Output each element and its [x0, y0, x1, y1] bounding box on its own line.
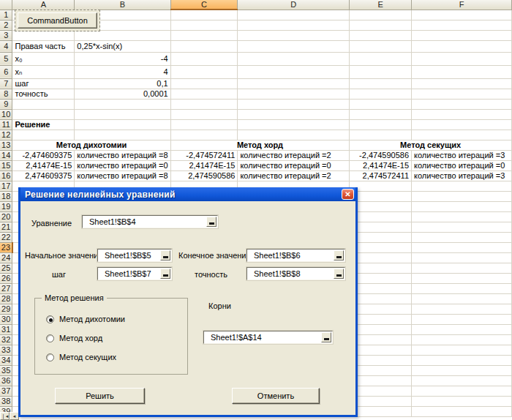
- cell-E6[interactable]: [350, 65, 412, 78]
- cell-F35[interactable]: [412, 365, 512, 375]
- equation-refedit[interactable]: Sheet1!$B$4: [82, 215, 218, 228]
- cell-B11[interactable]: [75, 119, 170, 130]
- cell-E20[interactable]: [350, 211, 412, 222]
- row-header-9[interactable]: 9: [0, 99, 12, 109]
- cell-E30[interactable]: [350, 314, 412, 324]
- row-header-34[interactable]: 34: [0, 355, 12, 365]
- cell-E14[interactable]: -2,474590586: [350, 150, 412, 160]
- cell-F5[interactable]: [412, 52, 512, 65]
- solve-button[interactable]: Решить: [55, 388, 145, 404]
- cell-E26[interactable]: [350, 273, 412, 283]
- cell-A14[interactable]: -2,474609375: [12, 150, 75, 160]
- step-refedit-collapse-button[interactable]: [160, 269, 170, 279]
- cell-F20[interactable]: [412, 211, 512, 222]
- cell-E25[interactable]: [350, 263, 412, 273]
- cell-A12[interactable]: [12, 130, 75, 140]
- row-header-14[interactable]: 14: [0, 150, 12, 160]
- cell-E8[interactable]: [350, 89, 412, 99]
- cell-F29[interactable]: [412, 304, 512, 314]
- cell-D7[interactable]: [238, 78, 350, 89]
- cell-F31[interactable]: [412, 324, 512, 334]
- cell-E4[interactable]: [350, 40, 412, 52]
- row-header-21[interactable]: 21: [0, 222, 12, 232]
- cell-E15[interactable]: 2,41474E-15: [350, 160, 412, 170]
- row-header-24[interactable]: 24: [0, 252, 12, 263]
- radio-method-secants[interactable]: Метод секущих: [46, 353, 116, 361]
- cell-E32[interactable]: [350, 334, 412, 345]
- cell-A4[interactable]: Правая часть: [12, 40, 75, 52]
- x-end-refedit[interactable]: Sheet1!$B$6: [246, 249, 345, 262]
- cell-E33[interactable]: [350, 345, 412, 355]
- cell-C1[interactable]: [170, 10, 238, 20]
- cell-F9[interactable]: [412, 99, 512, 109]
- cell-B15[interactable]: количество итераций =0: [75, 160, 170, 170]
- cancel-button[interactable]: Отменить: [232, 388, 320, 404]
- cell-F30[interactable]: [412, 314, 512, 324]
- cell-B6[interactable]: 4: [75, 65, 170, 78]
- cell-method-header-1[interactable]: Метод хорд: [170, 140, 350, 150]
- roots-refedit-collapse-button[interactable]: [321, 332, 331, 342]
- cell-D15[interactable]: количество итераций =0: [238, 160, 350, 170]
- cell-C11[interactable]: [170, 119, 238, 130]
- cell-E21[interactable]: [350, 222, 412, 232]
- cell-A5[interactable]: x₀: [12, 52, 75, 65]
- radio-button-icon[interactable]: [46, 353, 54, 361]
- cell-A10[interactable]: [12, 109, 75, 119]
- cell-F2[interactable]: [412, 20, 512, 30]
- row-header-2[interactable]: 2: [0, 20, 12, 30]
- radio-button-icon[interactable]: [46, 315, 54, 323]
- cell-A7[interactable]: шаг: [12, 78, 75, 89]
- cell-E22[interactable]: [350, 232, 412, 242]
- cell-F10[interactable]: [412, 109, 512, 119]
- cell-E9[interactable]: [350, 99, 412, 109]
- cell-B8[interactable]: 0,0001: [75, 89, 170, 99]
- row-header-7[interactable]: 7: [0, 78, 12, 89]
- cell-E29[interactable]: [350, 304, 412, 314]
- row-header-13[interactable]: 13: [0, 140, 12, 150]
- cell-E12[interactable]: [350, 130, 412, 140]
- column-header-E[interactable]: E: [350, 0, 412, 10]
- column-header-F[interactable]: F: [412, 0, 512, 10]
- cell-D12[interactable]: [238, 130, 350, 140]
- row-header-15[interactable]: 15: [0, 160, 12, 170]
- cell-E23[interactable]: [350, 242, 412, 252]
- cell-F28[interactable]: [412, 293, 512, 304]
- row-header-32[interactable]: 32: [0, 334, 12, 345]
- cell-A15[interactable]: 2,41474E-15: [12, 160, 75, 170]
- cell-D4[interactable]: [238, 40, 350, 52]
- row-header-31[interactable]: 31: [0, 324, 12, 334]
- cell-D8[interactable]: [238, 89, 350, 99]
- dialog-close-button[interactable]: ✕: [342, 189, 354, 200]
- row-header-8[interactable]: 8: [0, 89, 12, 99]
- cell-F32[interactable]: [412, 334, 512, 345]
- cell-E37[interactable]: [350, 386, 412, 396]
- cell-F37[interactable]: [412, 386, 512, 396]
- row-header-1[interactable]: 1: [0, 10, 12, 20]
- cell-E19[interactable]: [350, 201, 412, 211]
- cell-F24[interactable]: [412, 252, 512, 263]
- cell-D9[interactable]: [238, 99, 350, 109]
- cell-D11[interactable]: [238, 119, 350, 130]
- row-header-33[interactable]: 33: [0, 345, 12, 355]
- cell-B16[interactable]: количество итераций =8: [75, 170, 170, 181]
- cell-F8[interactable]: [412, 89, 512, 99]
- cell-A9[interactable]: [12, 99, 75, 109]
- cell-E34[interactable]: [350, 355, 412, 365]
- command-button[interactable]: CommandButton: [18, 12, 97, 29]
- row-header-16[interactable]: 16: [0, 170, 12, 181]
- cell-F22[interactable]: [412, 232, 512, 242]
- row-header-12[interactable]: 12: [0, 130, 12, 140]
- cell-C12[interactable]: [170, 130, 238, 140]
- row-header-37[interactable]: 37: [0, 386, 12, 396]
- cell-A6[interactable]: xₙ: [12, 65, 75, 78]
- cell-E31[interactable]: [350, 324, 412, 334]
- cell-C8[interactable]: [170, 89, 238, 99]
- cell-F33[interactable]: [412, 345, 512, 355]
- equation-refedit-collapse-button[interactable]: [206, 217, 217, 227]
- cell-E11[interactable]: [350, 119, 412, 130]
- cell-F36[interactable]: [412, 375, 512, 386]
- sheet-tab-first-button[interactable]: ❘◂: [0, 412, 10, 420]
- cell-B9[interactable]: [75, 99, 170, 109]
- row-header-26[interactable]: 26: [0, 273, 12, 283]
- row-header-28[interactable]: 28: [0, 293, 12, 304]
